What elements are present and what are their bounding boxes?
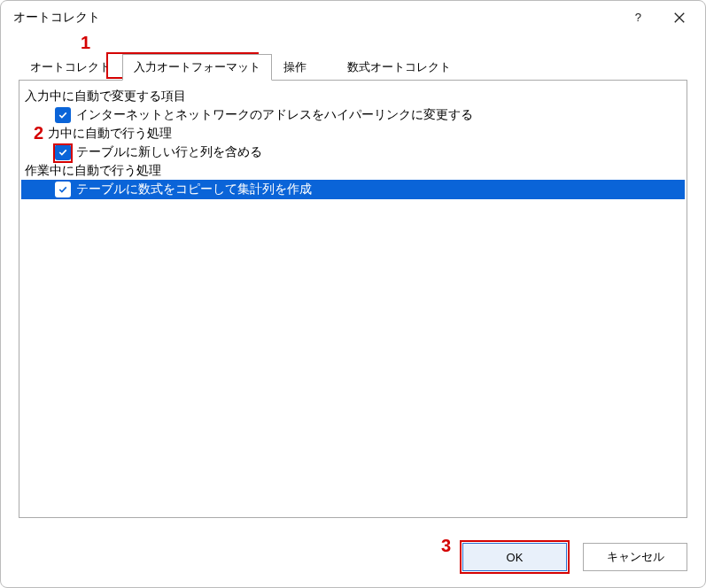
section-during-work: 作業中に自動で行う処理 — [21, 162, 685, 180]
options-panel: 入力中に自動で変更する項目 インターネットとネットワークのアドレスをハイパーリン… — [19, 80, 687, 518]
check-icon — [58, 147, 68, 158]
close-button[interactable] — [659, 4, 700, 32]
check-icon — [58, 110, 68, 120]
annotation-marker-3: 3 — [441, 536, 451, 556]
checkbox-hyperlinks[interactable] — [55, 107, 71, 123]
close-icon — [673, 12, 686, 24]
tab-actions[interactable]: 操作 — [272, 54, 318, 81]
option-label: インターネットとネットワークのアドレスをハイパーリンクに変更する — [76, 107, 473, 123]
titlebar: オートコレクト ? — [1, 1, 705, 35]
option-copy-formulas[interactable]: テーブルに数式をコピーして集計列を作成 — [21, 180, 685, 199]
tab-autocorrect[interactable]: オートコレクト — [19, 54, 122, 81]
tab-bar: オートコレクト 入力オートフォーマット 操作 数式オートコレクト — [19, 54, 687, 81]
option-include-rows-cols[interactable]: テーブルに新しい行と列を含める — [21, 143, 685, 162]
window-title: オートコレクト — [13, 10, 618, 26]
ok-button[interactable]: OK — [462, 543, 567, 571]
content-area: 1 オートコレクト 入力オートフォーマット 操作 数式オートコレクト 入力中に自… — [1, 35, 705, 530]
check-icon — [58, 184, 68, 195]
checkbox-copy-formulas[interactable] — [55, 182, 71, 197]
checkbox-include-rows-cols[interactable] — [55, 144, 71, 160]
cancel-button[interactable]: キャンセル — [583, 543, 687, 571]
annotation-marker-1: 1 — [81, 33, 90, 53]
dialog-footer: 3 OK キャンセル — [1, 530, 705, 587]
help-icon: ? — [632, 12, 645, 24]
option-label: テーブルに数式をコピーして集計列を作成 — [76, 182, 312, 197]
autocorrect-dialog: オートコレクト ? 1 オートコレクト 入力オートフォーマット 操作 数式オート… — [0, 0, 706, 588]
section-during-input: 力中に自動で行う処理 — [21, 125, 685, 143]
svg-text:?: ? — [635, 12, 641, 24]
section-change-items: 入力中に自動で変更する項目 — [21, 88, 685, 105]
tab-autoformat[interactable]: 入力オートフォーマット — [122, 54, 272, 81]
tab-math-autocorrect[interactable]: 数式オートコレクト — [336, 54, 462, 81]
option-label: テーブルに新しい行と列を含める — [76, 144, 262, 160]
option-hyperlinks[interactable]: インターネットとネットワークのアドレスをハイパーリンクに変更する — [21, 105, 685, 125]
help-button[interactable]: ? — [618, 4, 659, 32]
